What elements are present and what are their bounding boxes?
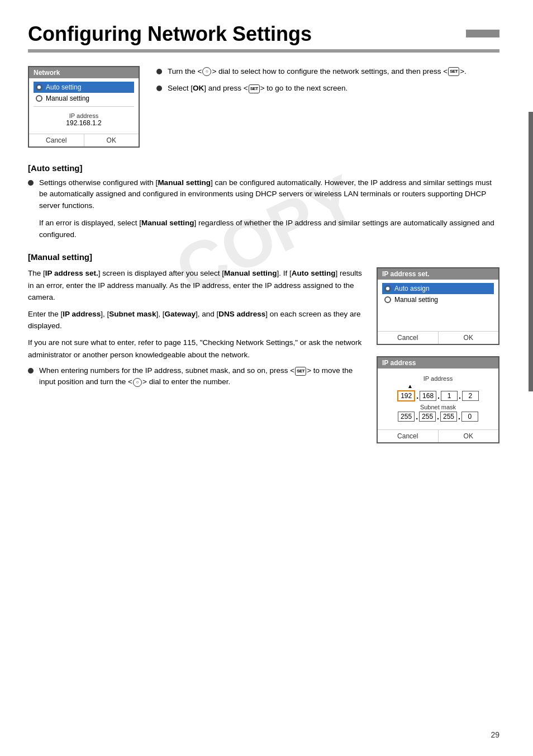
manual-bullet-1: When entering numbers for the IP address… [28, 365, 365, 388]
bullet-text-2: Select [OK] and press <SET> to go to the… [168, 83, 348, 94]
ip-set-manual-row: Manual setting [382, 294, 494, 305]
auto-bullets: Settings otherwise configured with [Manu… [28, 177, 499, 211]
ip-address-title: IP address [378, 357, 498, 368]
ip-dot-3: . [459, 391, 461, 400]
ip-field-2[interactable]: 168 [420, 391, 436, 401]
ip-field-3[interactable]: 1 [441, 391, 458, 401]
auto-section-header: [Auto setting] [28, 163, 499, 173]
top-bullets: Turn the <○> dial to select how to confi… [156, 66, 499, 100]
manual-section: [Manual setting] The [IP address set.] s… [28, 252, 499, 443]
manual-setting-row: Manual setting [34, 93, 134, 104]
ip-address-ok[interactable]: OK [439, 430, 499, 442]
subnet-field-2[interactable]: 255 [419, 412, 436, 422]
manual-layout: The [IP address set.] screen is displaye… [28, 267, 499, 443]
auto-bullet-dot [28, 180, 34, 186]
ip-address-mockup: IP address IP address ▲ 192 [377, 356, 499, 443]
manual-bullet-dot [28, 368, 34, 374]
bullet-item-2: Select [OK] and press <SET> to go to the… [156, 83, 499, 94]
manual-section-header: [Manual setting] [28, 252, 499, 262]
manual-bullet-text: When entering numbers for the IP address… [39, 365, 365, 388]
ip-field-4[interactable]: 2 [462, 391, 479, 401]
ip-dot-2: . [437, 391, 440, 400]
ip-set-manual-label: Manual setting [394, 296, 438, 304]
subnet-field-row: 255 . 255 . 255 . 0 [382, 412, 494, 422]
side-accent-bar [529, 112, 533, 391]
title-text: Configuring Network Settings [28, 22, 312, 46]
divider [34, 106, 134, 107]
subnet-field-4[interactable]: 0 [461, 412, 478, 422]
ip-caret-row: ▲ [382, 383, 494, 389]
ip-set-ok[interactable]: OK [439, 332, 499, 344]
manual-para1: The [IP address set.] screen is displaye… [28, 267, 365, 304]
ip-dot-1: . [416, 391, 418, 400]
bullet-text-1: Turn the <○> dial to select how to confi… [168, 66, 467, 77]
auto-bullet-1: Settings otherwise configured with [Manu… [28, 177, 499, 211]
auto-setting-row: Auto setting [34, 82, 134, 93]
ip-set-title: IP address set. [378, 268, 498, 280]
auto-bullet-text: Settings otherwise configured with [Manu… [39, 177, 499, 211]
manual-para3: If you are not sure what to enter, refer… [28, 337, 365, 361]
ip-set-mockup: IP address set. Auto assign Manual setti… [377, 267, 499, 345]
ip-set-manual-radio [384, 296, 391, 303]
manual-para2: Enter the [IP address], [Subnet mask], [… [28, 308, 365, 332]
ip-set-body: Auto assign Manual setting [378, 280, 498, 329]
ip-field-1[interactable]: 192 [397, 390, 415, 401]
bullet-item-1: Turn the <○> dial to select how to confi… [156, 66, 499, 77]
network-ui-body: Auto setting Manual setting IP address 1… [29, 78, 139, 131]
ip-value: 192.168.1.2 [34, 119, 134, 127]
ip-address-buttons: Cancel OK [378, 429, 498, 442]
ip-set-buttons: Cancel OK [378, 331, 498, 344]
subnet-dot-1: . [416, 412, 418, 421]
ip-set-cancel[interactable]: Cancel [378, 332, 439, 344]
right-column: IP address set. Auto assign Manual setti… [377, 267, 499, 443]
manual-text-block: The [IP address set.] screen is displaye… [28, 267, 365, 443]
ip-addr-body: IP address ▲ 192 . 168 [378, 368, 498, 427]
ip-address-cancel[interactable]: Cancel [378, 430, 439, 442]
manual-bullets: When entering numbers for the IP address… [28, 365, 365, 388]
subnet-dot-2: . [437, 412, 439, 421]
ip-caret: ▲ [402, 383, 418, 389]
page-title: Configuring Network Settings [28, 22, 499, 53]
auto-setting-radio [36, 84, 42, 91]
network-ui-mockup: Network Auto setting Manual setting IP a… [28, 66, 140, 148]
bullet-dot-2 [156, 86, 162, 91]
title-bar-decoration [466, 30, 499, 37]
network-ui-buttons: Cancel OK [29, 134, 139, 147]
auto-setting-label: Auto setting [46, 83, 81, 91]
manual-setting-radio [36, 95, 42, 102]
cancel-button[interactable]: Cancel [29, 134, 84, 147]
set-icon-3: SET [295, 367, 306, 376]
auto-assign-radio [384, 285, 391, 292]
auto-section: [Auto setting] Settings otherwise config… [28, 163, 499, 241]
network-ui-title: Network [29, 67, 139, 78]
ok-button[interactable]: OK [84, 134, 139, 147]
ip-set-spacer [382, 305, 494, 325]
bullet-dot-1 [156, 69, 162, 74]
subnet-label: Subnet mask [382, 404, 494, 410]
subnet-dot-3: . [458, 412, 460, 421]
auto-note: If an error is displayed, select [Manual… [39, 217, 499, 241]
set-icon-2: SET [249, 84, 260, 93]
auto-assign-label: Auto assign [394, 285, 430, 292]
dial-icon: ○ [202, 67, 211, 76]
manual-setting-label: Manual setting [46, 94, 89, 102]
ip-section: IP address 192.168.1.2 [34, 109, 134, 128]
page-number: 29 [491, 730, 499, 739]
ip-field-row: 192 . 168 . 1 . 2 [382, 390, 494, 401]
ip-addr-label: IP address [382, 375, 494, 382]
auto-assign-row: Auto assign [382, 283, 494, 294]
set-icon: SET [448, 67, 459, 76]
subnet-field-3[interactable]: 255 [440, 412, 457, 422]
subnet-field-1[interactable]: 255 [398, 412, 415, 422]
ip-label: IP address [34, 112, 134, 119]
dial-icon-2: ○ [133, 378, 142, 387]
top-section: Network Auto setting Manual setting IP a… [28, 66, 499, 148]
